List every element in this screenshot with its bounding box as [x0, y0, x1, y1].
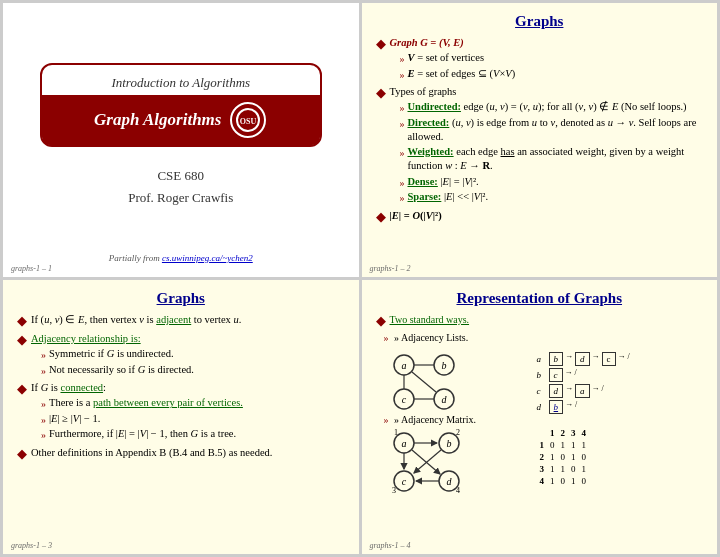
- svg-line-14: [412, 372, 436, 392]
- matrix-row-2: 2 1 0 1 0: [537, 451, 590, 463]
- adj-matrix-graph-svg: a 1 b 2 c 3 d 4: [374, 425, 484, 495]
- adj-rel-subs: » Symmetric if G is undirected. » Not ne…: [31, 347, 347, 377]
- panel-representation: Representation of Graphs ◆ Two standard …: [362, 280, 718, 554]
- adj-matrix-label: » » Adjacency Matrix.: [384, 414, 527, 425]
- panel2-bullet-list: ◆ Graph G = (V, E) » V = set of vertices…: [374, 36, 706, 225]
- panel4-title: Representation of Graphs: [374, 290, 706, 307]
- dense-def: » Dense: |E| = |V|².: [400, 175, 706, 190]
- svg-text:4: 4: [456, 486, 460, 495]
- adj-row-b: b c → /: [537, 368, 705, 382]
- svg-text:c: c: [401, 394, 406, 405]
- adj-matrix-data: 1 2 3 4 1 0 1 1 1 2 1 0: [537, 425, 705, 487]
- panel-title-slide: Introduction to Algorithms Graph Algorit…: [3, 3, 359, 277]
- slide-number: graphs-1 – 1: [11, 264, 52, 273]
- svg-text:2: 2: [456, 428, 460, 437]
- panel3-title: Graphs: [15, 290, 347, 307]
- graphs-column: » » Adjacency Lists. a b c d: [374, 332, 527, 495]
- panel-graphs-properties: Graphs ◆ If (u, v) ∈ E, then vertex v is…: [3, 280, 359, 554]
- e-formula: |E| = O(|V|²): [390, 209, 706, 223]
- path-note: » There is a path between every pair of …: [41, 396, 347, 411]
- svg-text:c: c: [401, 476, 406, 487]
- matrix-row-1: 1 0 1 1 1: [537, 439, 590, 451]
- adj-row-d: d b → /: [537, 400, 705, 414]
- svg-text:a: a: [401, 360, 406, 371]
- diamond-icon-3: ◆: [376, 209, 386, 225]
- diamond-icon-1: ◆: [376, 36, 386, 52]
- diamond-icon-p3-2: ◆: [17, 332, 27, 348]
- matrix-header-row: 1 2 3 4: [537, 427, 590, 439]
- adj-list-boxes: a b → d → c → / b c →: [537, 352, 705, 416]
- slide-num-2: graphs-1 – 2: [370, 264, 411, 273]
- sparse-def: » Sparse: |E| << |V|².: [400, 190, 706, 205]
- panel3-bullet-list: ◆ If (u, v) ∈ E, then vertex v is adjace…: [15, 313, 347, 462]
- adj-list-graph-svg: a b c d: [374, 347, 474, 412]
- graph-def-subs: » V = set of vertices » E = set of edges…: [390, 51, 706, 81]
- subtitle-block: CSE 680 Prof. Roger Crawfis: [128, 165, 233, 209]
- not-symmetric-note: » Not necessarily so if G is directed.: [41, 363, 347, 378]
- partial-credit: Partially from cs.uwinnipeg.ca/~ychen2: [109, 253, 253, 263]
- two-standard-text: Two standard ways.: [390, 313, 706, 327]
- diamond-icon-p3-4: ◆: [17, 446, 27, 462]
- types-label: Types of graphs: [390, 86, 457, 97]
- e-gte-v: » |E| ≥ |V| − 1.: [41, 412, 347, 427]
- diamond-icon-p3-1: ◆: [17, 313, 27, 329]
- adj-rel-label: Adjacency relationship is:: [31, 333, 141, 344]
- adj-row-a: a b → d → c → /: [537, 352, 705, 366]
- undirected-def: » Undirected: edge (u, v) = (v, u); for …: [400, 100, 706, 115]
- matrix-row-4: 4 1 0 1 0: [537, 475, 590, 487]
- main-title: Graph Algorithms: [94, 110, 221, 130]
- bullet-types: ◆ Types of graphs » Undirected: edge (u,…: [376, 85, 706, 205]
- partial-link[interactable]: cs.uwinnipeg.ca/~ychen2: [162, 253, 253, 263]
- slide-num-4: graphs-1 – 4: [370, 541, 411, 550]
- svg-text:3: 3: [392, 486, 396, 495]
- adj-data-column: a b → d → c → / b c →: [537, 332, 705, 495]
- bullet-adjacent: ◆ If (u, v) ∈ E, then vertex v is adjace…: [17, 313, 347, 329]
- bullet-e-formula: ◆ |E| = O(|V|²): [376, 209, 706, 225]
- symmetric-note: » Symmetric if G is undirected.: [41, 347, 347, 362]
- matrix-row-3: 3 1 1 0 1: [537, 463, 590, 475]
- svg-text:b: b: [441, 360, 446, 371]
- diamond-icon-p4: ◆: [376, 313, 386, 329]
- e-eq-tree: » Furthermore, if |E| = |V| − 1, then G …: [41, 427, 347, 442]
- svg-text:1: 1: [394, 428, 398, 437]
- types-subs: » Undirected: edge (u, v) = (v, u); for …: [390, 100, 706, 204]
- panel4-bullet-list: ◆ Two standard ways.: [374, 313, 706, 329]
- bullet-adjacency-rel: ◆ Adjacency relationship is: » Symmetric…: [17, 332, 347, 378]
- matrix-table: 1 2 3 4 1 0 1 1 1 2 1 0: [537, 427, 590, 487]
- appendix-text: Other definitions in Appendix B (B.4 and…: [31, 446, 347, 460]
- v-def: » V = set of vertices: [400, 51, 706, 66]
- slide-num-3: graphs-1 – 3: [11, 541, 52, 550]
- svg-text:a: a: [401, 438, 406, 449]
- adj-lists-label: » » Adjacency Lists.: [384, 332, 527, 343]
- e-def: » E = set of edges ⊆ (V×V): [400, 67, 706, 82]
- svg-text:OSU: OSU: [240, 117, 257, 126]
- adj-row-c: c d → a → /: [537, 384, 705, 398]
- svg-text:b: b: [446, 438, 451, 449]
- bullet-graph-def: ◆ Graph G = (V, E) » V = set of vertices…: [376, 36, 706, 82]
- bullet-two-standard: ◆ Two standard ways.: [376, 313, 706, 329]
- directed-def: » Directed: (u, v) is edge from u to v, …: [400, 116, 706, 144]
- cse-label: CSE 680: [128, 165, 233, 187]
- bullet-connected: ◆ If G is connected: » There is a path b…: [17, 381, 347, 443]
- adjacent-text: If (u, v) ∈ E, then vertex v is adjacent…: [31, 313, 347, 327]
- ohio-state-logo: OSU: [229, 101, 267, 139]
- panel2-title: Graphs: [374, 13, 706, 30]
- diamond-icon-p3-3: ◆: [17, 381, 27, 397]
- title-box: Introduction to Algorithms Graph Algorit…: [40, 63, 322, 147]
- diamond-icon-2: ◆: [376, 85, 386, 101]
- weighted-def: » Weighted: each edge has an associated …: [400, 145, 706, 173]
- panel-graphs-intro: Graphs ◆ Graph G = (V, E) » V = set of v…: [362, 3, 718, 277]
- graph-formula: Graph G = (V, E): [390, 37, 464, 48]
- svg-line-31: [414, 450, 441, 473]
- prof-label: Prof. Roger Crawfis: [128, 187, 233, 209]
- intro-text: Introduction to Algorithms: [62, 75, 300, 91]
- representation-content: » » Adjacency Lists. a b c d: [374, 332, 706, 495]
- connected-subs: » There is a path between every pair of …: [31, 396, 347, 442]
- bullet-appendix: ◆ Other definitions in Appendix B (B.4 a…: [17, 446, 347, 462]
